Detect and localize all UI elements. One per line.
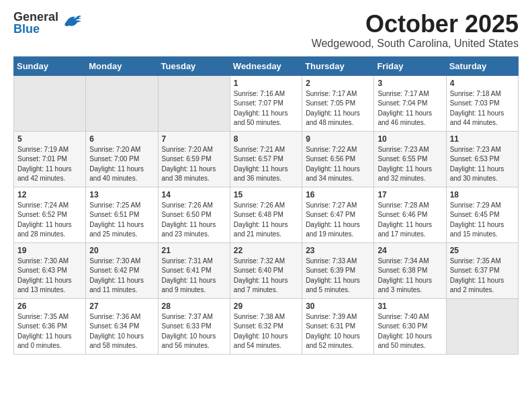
- sunrise-info: Sunrise: 7:24 AM: [17, 201, 82, 211]
- sunset-info: Sunset: 7:04 PM: [378, 99, 442, 109]
- sunset-info: Sunset: 6:46 PM: [378, 210, 442, 220]
- daylight-hours: Daylight: 11 hours: [306, 220, 370, 230]
- table-row: 11Sunrise: 7:23 AMSunset: 6:53 PMDayligh…: [446, 131, 518, 187]
- daylight-minutes: and 42 minutes.: [17, 174, 82, 184]
- sunset-info: Sunset: 6:32 PM: [234, 322, 298, 332]
- day-number: 20: [89, 246, 154, 255]
- daylight-hours: Daylight: 11 hours: [234, 276, 298, 286]
- title-block: October 2025 Wedgewood, South Carolina, …: [312, 11, 519, 50]
- sunrise-info: Sunrise: 7:40 AM: [378, 312, 442, 322]
- daylight-minutes: and 56 minutes.: [162, 341, 226, 351]
- logo: General Blue: [13, 11, 83, 35]
- daylight-minutes: and 54 minutes.: [234, 341, 298, 351]
- daylight-minutes: and 50 minutes.: [378, 341, 442, 351]
- sunrise-info: Sunrise: 7:30 AM: [17, 257, 82, 267]
- day-number: 14: [162, 190, 226, 199]
- daylight-hours: Daylight: 11 hours: [450, 109, 515, 119]
- table-row: 4Sunrise: 7:18 AMSunset: 7:03 PMDaylight…: [446, 75, 518, 131]
- sunset-info: Sunset: 6:56 PM: [306, 154, 370, 165]
- table-row: 8Sunrise: 7:21 AMSunset: 6:57 PMDaylight…: [230, 131, 302, 187]
- sunrise-info: Sunrise: 7:23 AM: [378, 145, 442, 155]
- table-row: 22Sunrise: 7:32 AMSunset: 6:40 PMDayligh…: [230, 242, 302, 298]
- daylight-minutes: and 21 minutes.: [234, 230, 298, 240]
- calendar-table: Sunday Monday Tuesday Wednesday Thursday…: [13, 56, 519, 355]
- sunset-info: Sunset: 7:01 PM: [17, 154, 82, 165]
- daylight-minutes: and 0 minutes.: [17, 341, 82, 351]
- day-number: 28: [162, 302, 226, 311]
- day-number: 19: [17, 246, 82, 255]
- daylight-hours: Daylight: 11 hours: [306, 109, 370, 119]
- calendar-week-row: 12Sunrise: 7:24 AMSunset: 6:52 PMDayligh…: [14, 187, 519, 242]
- sunset-info: Sunset: 6:55 PM: [378, 154, 442, 165]
- daylight-minutes: and 48 minutes.: [306, 118, 370, 128]
- day-number: 2: [306, 79, 370, 88]
- sunset-info: Sunset: 6:50 PM: [162, 210, 226, 220]
- daylight-minutes: and 2 minutes.: [450, 285, 515, 295]
- col-thursday: Thursday: [302, 56, 374, 75]
- sunrise-info: Sunrise: 7:31 AM: [162, 257, 226, 267]
- day-number: 22: [234, 246, 298, 255]
- daylight-minutes: and 11 minutes.: [89, 285, 154, 295]
- sunrise-info: Sunrise: 7:25 AM: [89, 201, 154, 211]
- day-number: 16: [306, 190, 370, 199]
- table-row: 7Sunrise: 7:20 AMSunset: 6:59 PMDaylight…: [158, 131, 230, 187]
- daylight-minutes: and 36 minutes.: [234, 174, 298, 184]
- sunset-info: Sunset: 6:34 PM: [89, 322, 154, 332]
- daylight-hours: Daylight: 11 hours: [450, 165, 515, 175]
- table-row: 18Sunrise: 7:29 AMSunset: 6:45 PMDayligh…: [446, 187, 518, 242]
- daylight-minutes: and 52 minutes.: [306, 341, 370, 351]
- daylight-minutes: and 38 minutes.: [162, 174, 226, 184]
- table-row: 19Sunrise: 7:30 AMSunset: 6:43 PMDayligh…: [14, 242, 86, 298]
- daylight-minutes: and 19 minutes.: [306, 230, 370, 240]
- daylight-hours: Daylight: 11 hours: [162, 165, 226, 175]
- daylight-hours: Daylight: 10 hours: [89, 332, 154, 342]
- table-row: 26Sunrise: 7:35 AMSunset: 6:36 PMDayligh…: [14, 298, 86, 354]
- sunset-info: Sunset: 6:59 PM: [162, 154, 226, 165]
- daylight-hours: Daylight: 11 hours: [89, 165, 154, 175]
- daylight-minutes: and 50 minutes.: [234, 118, 298, 128]
- sunset-info: Sunset: 7:00 PM: [89, 154, 154, 165]
- daylight-hours: Daylight: 11 hours: [17, 220, 82, 230]
- sunset-info: Sunset: 6:42 PM: [89, 266, 154, 276]
- day-number: 7: [162, 134, 226, 144]
- day-number: 26: [17, 302, 82, 311]
- daylight-hours: Daylight: 10 hours: [234, 332, 298, 342]
- day-number: 11: [450, 134, 515, 144]
- sunrise-info: Sunrise: 7:22 AM: [306, 145, 370, 155]
- daylight-hours: Daylight: 11 hours: [162, 276, 226, 286]
- table-row: 2Sunrise: 7:17 AMSunset: 7:05 PMDaylight…: [302, 75, 374, 131]
- table-row: 21Sunrise: 7:31 AMSunset: 6:41 PMDayligh…: [158, 242, 230, 298]
- sunset-info: Sunset: 6:38 PM: [378, 266, 442, 276]
- sunset-info: Sunset: 6:41 PM: [162, 266, 226, 276]
- sunset-info: Sunset: 6:52 PM: [17, 210, 82, 220]
- sunrise-info: Sunrise: 7:35 AM: [17, 312, 82, 322]
- day-number: 17: [378, 190, 442, 199]
- sunrise-info: Sunrise: 7:23 AM: [450, 145, 515, 155]
- daylight-minutes: and 9 minutes.: [162, 285, 226, 295]
- daylight-hours: Daylight: 10 hours: [162, 332, 226, 342]
- daylight-hours: Daylight: 11 hours: [234, 220, 298, 230]
- sunset-info: Sunset: 6:53 PM: [450, 154, 515, 165]
- col-saturday: Saturday: [446, 56, 518, 75]
- daylight-hours: Daylight: 11 hours: [89, 220, 154, 230]
- daylight-hours: Daylight: 11 hours: [306, 276, 370, 286]
- table-row: 13Sunrise: 7:25 AMSunset: 6:51 PMDayligh…: [86, 187, 158, 242]
- table-row: 5Sunrise: 7:19 AMSunset: 7:01 PMDaylight…: [14, 131, 86, 187]
- sunset-info: Sunset: 6:31 PM: [306, 322, 370, 332]
- sunset-info: Sunset: 6:57 PM: [234, 154, 298, 165]
- daylight-minutes: and 30 minutes.: [450, 174, 515, 184]
- sunrise-info: Sunrise: 7:34 AM: [378, 257, 442, 267]
- daylight-minutes: and 28 minutes.: [17, 230, 82, 240]
- sunrise-info: Sunrise: 7:30 AM: [89, 257, 154, 267]
- logo-blue: Blue: [13, 23, 58, 35]
- sunrise-info: Sunrise: 7:33 AM: [306, 257, 370, 267]
- daylight-hours: Daylight: 10 hours: [306, 332, 370, 342]
- table-row: [158, 75, 230, 131]
- daylight-hours: Daylight: 11 hours: [378, 165, 442, 175]
- sunrise-info: Sunrise: 7:19 AM: [17, 145, 82, 155]
- sunset-info: Sunset: 6:37 PM: [450, 266, 515, 276]
- daylight-hours: Daylight: 11 hours: [378, 276, 442, 286]
- day-number: 15: [234, 190, 298, 199]
- daylight-hours: Daylight: 11 hours: [234, 109, 298, 119]
- table-row: 1Sunrise: 7:16 AMSunset: 7:07 PMDaylight…: [230, 75, 302, 131]
